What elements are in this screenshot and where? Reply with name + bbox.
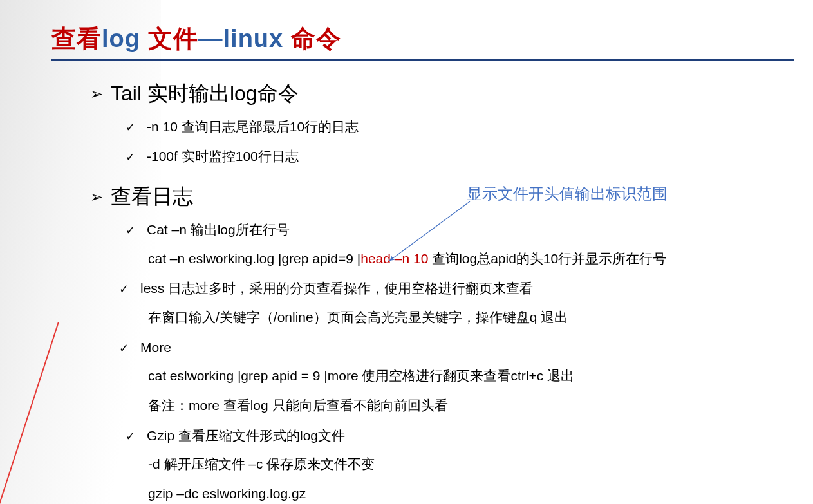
gzip-sub2: gzip –dc eslworking.log.gz [148, 482, 794, 504]
check-icon: ✓ [126, 221, 135, 240]
less-sub: 在窗口输入/关键字（/online）页面会高光亮显关键字，操作键盘q 退出 [148, 306, 794, 329]
annotation-label: 显示文件开头值输出标识范围 [467, 183, 668, 204]
bullet-tail-text: Tail 实时输出log命令 [111, 80, 299, 108]
item-less: ✓ less 日志过多时，采用的分页查看操作，使用空格进行翻页来查看 [119, 277, 794, 299]
item-tail-f-text: -100f 实时监控100行日志 [147, 145, 299, 167]
more-sub2: 备注：more 查看log 只能向后查看不能向前回头看 [148, 394, 794, 417]
more-sub1: cat eslworking |grep apid = 9 |more 使用空格… [148, 364, 794, 387]
cat-cmd-pre: cat –n eslworking.log |grep apid=9 | [148, 251, 360, 266]
item-less-text: less 日志过多时，采用的分页查看操作，使用空格进行翻页来查看 [140, 277, 533, 299]
title-part-3: 文件 [148, 25, 198, 52]
item-cat-text: Cat –n 输出log所在行号 [147, 219, 290, 241]
item-tail-n: ✓ -n 10 查询日志尾部最后10行的日志 [126, 116, 794, 138]
body-section: ➢ Tail 实时输出log命令 ✓ -n 10 查询日志尾部最后10行的日志 … [90, 80, 794, 504]
annotation-arrow [383, 196, 486, 267]
title-part-2: log [102, 25, 148, 52]
check-icon: ✓ [119, 280, 129, 299]
bullet-viewlog-text: 查看日志 [111, 183, 193, 211]
item-tail-n-text: -n 10 查询日志尾部最后10行的日志 [147, 116, 359, 138]
item-gzip-text: Gzip 查看压缩文件形式的log文件 [147, 425, 345, 447]
check-icon: ✓ [119, 339, 129, 358]
check-icon: ✓ [126, 118, 135, 137]
item-gzip: ✓ Gzip 查看压缩文件形式的log文件 [126, 425, 794, 447]
arrow-icon: ➢ [90, 85, 103, 103]
title-part-5: 命令 [291, 25, 341, 52]
title-container: 查看log 文件—linux 命令 [51, 23, 794, 61]
title-part-1: 查看 [51, 25, 102, 52]
arrow-icon: ➢ [90, 188, 103, 206]
slide-title: 查看log 文件—linux 命令 [51, 25, 341, 52]
bullet-tail: ➢ Tail 实时输出log命令 [90, 80, 794, 108]
svg-line-0 [389, 201, 470, 261]
item-tail-f: ✓ -100f 实时监控100行日志 [126, 145, 794, 167]
check-icon: ✓ [126, 427, 135, 446]
title-part-4: —linux [198, 25, 291, 52]
item-more-text: More [140, 337, 171, 359]
check-icon: ✓ [126, 148, 135, 167]
gzip-sub1: -d 解开压缩文件 –c 保存原来文件不变 [148, 453, 794, 476]
item-more: ✓ More [119, 337, 794, 359]
